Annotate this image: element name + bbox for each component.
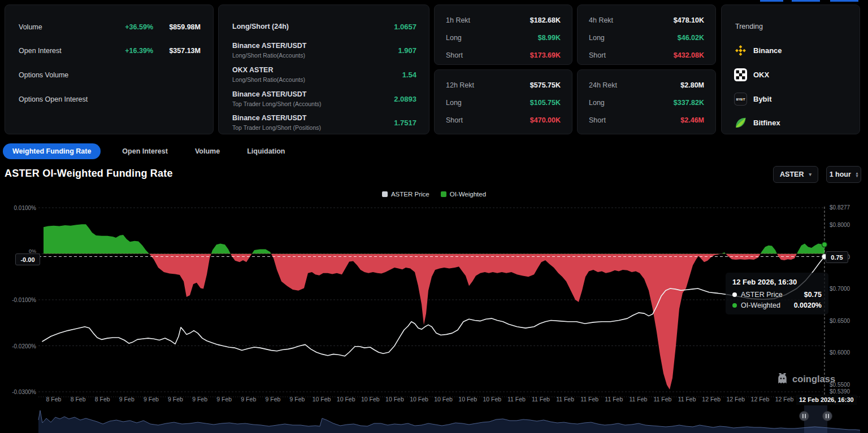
rekt-total-value: $478.10K bbox=[674, 16, 704, 24]
ratio-row: OKX ASTERLong/Short Ratio(Accounts)1.54 bbox=[232, 63, 416, 86]
x-axis-tick: 10 Feb bbox=[410, 396, 428, 403]
rekt-period-label: 12h Rekt bbox=[446, 81, 530, 89]
x-axis-tick: 10 Feb bbox=[337, 396, 355, 403]
bitfinex-icon bbox=[734, 116, 747, 129]
x-axis-tick: 9 Feb bbox=[265, 396, 280, 403]
ratio-labels: Long/Short (24h) bbox=[232, 23, 289, 31]
tab-open-interest[interactable]: Open Interest bbox=[116, 143, 173, 159]
trending-item-label: Binance bbox=[753, 46, 782, 55]
rekt-short-label: Short bbox=[446, 116, 530, 124]
tooltip-series-value: 0.0020% bbox=[794, 301, 822, 309]
ratio-value: 1.0657 bbox=[394, 23, 416, 31]
navigator-handle[interactable] bbox=[823, 412, 832, 421]
ratio-row: Binance ASTER/USDTTop Trader Long/Short … bbox=[232, 87, 416, 111]
x-axis-tick: 11 Feb bbox=[605, 396, 623, 403]
x-axis-tick: 9 Feb bbox=[216, 396, 232, 403]
right-axis-tick: $0.6000 bbox=[830, 349, 850, 356]
x-axis-tick: 10 Feb bbox=[483, 396, 501, 403]
rekt-total-value: $575.75K bbox=[530, 81, 561, 89]
tooltip-series-label: OI-Weighted bbox=[741, 301, 780, 309]
x-axis-tick: 11 Feb bbox=[507, 396, 526, 403]
rekt-short-row: Short$173.69K bbox=[446, 51, 561, 60]
top-blue-button-fragment[interactable] bbox=[830, 0, 858, 2]
rekt-short-row: Short$432.08K bbox=[589, 51, 704, 60]
navigator-handle[interactable] bbox=[800, 412, 809, 421]
x-axis-tick: 12 Feb bbox=[702, 396, 721, 403]
rekt-card: 24h Rekt$2.80MLong$337.82KShort$2.46M bbox=[577, 69, 716, 134]
svg-text:BYBIT: BYBIT bbox=[736, 98, 745, 101]
tab-weighted-funding-rate[interactable]: Weighted Funding Rate bbox=[3, 143, 101, 159]
navigator-area[interactable] bbox=[38, 410, 860, 433]
x-axis-tick: 11 Feb bbox=[580, 396, 598, 403]
navigator-selection[interactable] bbox=[804, 405, 827, 433]
okx-icon bbox=[734, 68, 747, 81]
rekt-header-row: 1h Rekt$182.68K bbox=[446, 16, 561, 25]
rekt-long-row: Long$8.99K bbox=[446, 33, 561, 42]
legend-item-oi-weighted[interactable]: OI-Weighted bbox=[441, 191, 486, 198]
tooltip-series-dot bbox=[732, 292, 737, 297]
rekt-card: 12h Rekt$575.75KLong$105.75KShort$470.00… bbox=[434, 69, 572, 134]
x-axis-tick: 10 Feb bbox=[361, 396, 380, 403]
trending-item-label: Bybit bbox=[753, 95, 772, 103]
funding-crosshair-dot bbox=[822, 242, 827, 247]
rekt-long-label: Long bbox=[589, 99, 674, 107]
binance-icon bbox=[734, 44, 747, 57]
rekt-short-value: $470.00K bbox=[530, 116, 561, 124]
x-axis-tick: 10 Feb bbox=[385, 396, 404, 403]
rekt-period-label: 4h Rekt bbox=[589, 16, 674, 24]
symbol-select[interactable]: ASTER ▾ bbox=[773, 166, 818, 183]
interval-select[interactable]: 1 hour ▴▾ bbox=[826, 166, 861, 183]
ratio-value: 2.0893 bbox=[394, 95, 416, 103]
trending-item-binance[interactable]: Binance bbox=[734, 43, 782, 57]
ratio-row: Binance ASTER/USDTLong/Short Ratio(Accou… bbox=[232, 38, 416, 62]
watermark-text: coinglass bbox=[792, 374, 835, 384]
trending-item-bitfinex[interactable]: Bitfinex bbox=[734, 116, 780, 129]
trending-item-bybit[interactable]: BYBITBybit bbox=[734, 92, 772, 106]
x-axis-tick: 12 Feb bbox=[751, 396, 770, 403]
page-title: ASTER OI-Weighted Funding Rate bbox=[5, 168, 173, 180]
x-axis-tick: 12 Feb bbox=[726, 396, 745, 403]
tab-volume[interactable]: Volume bbox=[189, 143, 225, 159]
rekt-short-value: $173.69K bbox=[530, 51, 561, 59]
x-axis-tick: 11 Feb bbox=[556, 396, 574, 403]
funding-area-positive bbox=[44, 224, 824, 390]
x-axis-tick: 8 Feb bbox=[71, 396, 86, 403]
tab-liquidation[interactable]: Liquidation bbox=[241, 143, 290, 159]
rekt-period-label: 1h Rekt bbox=[446, 16, 530, 24]
x-axis-tick: 9 Feb bbox=[144, 396, 159, 403]
x-axis-tick: 8 Feb bbox=[95, 396, 110, 403]
trending-item-okx[interactable]: OKX bbox=[734, 68, 769, 81]
rekt-long-value: $8.99K bbox=[538, 34, 561, 42]
stat-value: $859.98M bbox=[153, 23, 201, 31]
rekt-card: 4h Rekt$478.10KLong$46.02KShort$432.08K bbox=[577, 5, 716, 65]
ratio-title: Binance ASTER/USDT bbox=[232, 114, 321, 123]
chart-tooltip: 12 Feb 2026, 16:30 ASTER Price$0.75OI-We… bbox=[726, 273, 828, 314]
legend-item-aster-price[interactable]: ASTER Price bbox=[382, 191, 429, 198]
top-blue-button-fragment[interactable] bbox=[760, 0, 783, 2]
stat-label: Volume bbox=[19, 23, 108, 31]
rekt-short-label: Short bbox=[589, 51, 674, 59]
stat-label: Options Volume bbox=[19, 71, 108, 79]
ratio-labels: Binance ASTER/USDTTop Trader Long/Short … bbox=[232, 90, 322, 107]
price-line bbox=[42, 257, 824, 356]
tooltip-series-dot bbox=[732, 303, 737, 308]
ratio-title: Long/Short (24h) bbox=[232, 23, 289, 31]
rekt-short-value: $2.46M bbox=[680, 116, 704, 124]
ratio-value: 1.907 bbox=[398, 46, 416, 55]
rekt-period-label: 24h Rekt bbox=[589, 81, 680, 89]
x-axis-tick: 12 Feb bbox=[775, 396, 794, 403]
ratio-labels: OKX ASTERLong/Short Ratio(Accounts) bbox=[232, 66, 305, 83]
tooltip-series-value: $0.75 bbox=[804, 291, 822, 299]
volume-stats-card: Volume+36.59%$859.98MOpen Interest+16.39… bbox=[5, 5, 214, 134]
stat-value: $357.13M bbox=[153, 47, 201, 55]
coinglass-logo-icon bbox=[776, 373, 788, 385]
ratio-value: 1.54 bbox=[402, 71, 416, 79]
stat-label: Open Interest bbox=[19, 47, 108, 55]
rekt-short-label: Short bbox=[446, 51, 530, 59]
trending-title: Trending bbox=[735, 23, 763, 30]
x-axis-tick: 11 Feb bbox=[678, 396, 696, 403]
top-blue-button-fragment[interactable] bbox=[792, 0, 820, 2]
dashboard-page: Volume+36.59%$859.98MOpen Interest+16.39… bbox=[0, 0, 868, 433]
rekt-long-row: Long$46.02K bbox=[589, 33, 704, 42]
rekt-short-value: $432.08K bbox=[674, 51, 704, 59]
